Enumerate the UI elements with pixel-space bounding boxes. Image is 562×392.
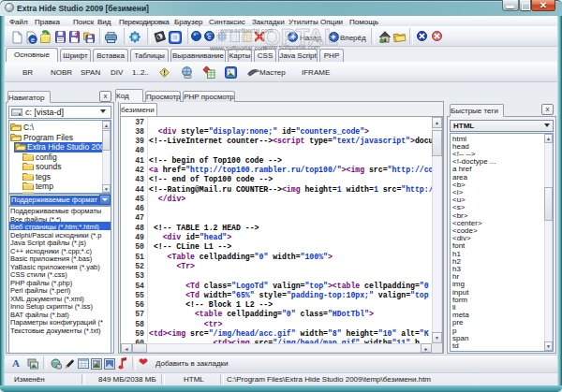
svg-text:e: e bbox=[31, 36, 35, 43]
svg-text:?: ? bbox=[74, 31, 80, 40]
